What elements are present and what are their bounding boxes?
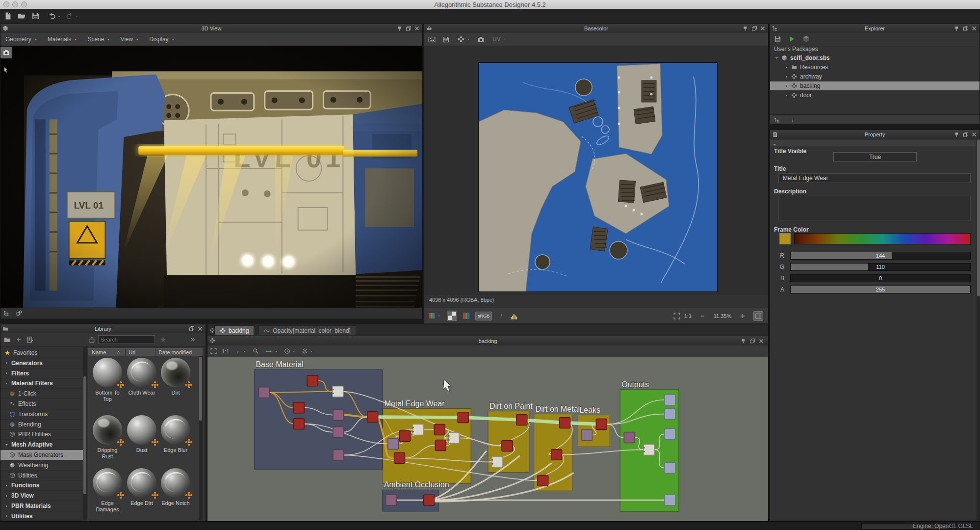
snapshot-icon[interactable] — [477, 36, 485, 43]
tree-view-icon[interactable] — [774, 117, 780, 123]
column-url[interactable]: Url — [129, 349, 135, 355]
chevron-down-icon[interactable] — [292, 349, 296, 353]
channel-slider-r[interactable]: 144 — [790, 252, 971, 260]
close-icon[interactable] — [760, 26, 766, 31]
library-item-dust[interactable]: Dust — [126, 415, 158, 453]
library-tree-item-effects[interactable]: Effects — [0, 399, 83, 409]
library-tree-item-mesh-adaptive[interactable]: Mesh Adaptive — [0, 440, 83, 450]
graph-node-o6[interactable] — [624, 432, 635, 443]
property-scrollbar[interactable] — [977, 139, 980, 520]
image-view-icon[interactable] — [428, 36, 436, 43]
chevron-down-icon[interactable] — [437, 314, 441, 318]
graph-node-d3[interactable] — [492, 456, 503, 467]
hue-gradient-bar[interactable] — [794, 233, 971, 244]
graph-node-b6[interactable] — [333, 410, 344, 421]
graph-node-b2[interactable] — [307, 375, 318, 386]
chevron-down-icon[interactable] — [503, 37, 507, 41]
search-icon[interactable] — [253, 348, 259, 354]
fit-graph-icon[interactable] — [210, 348, 217, 354]
redo-button[interactable] — [66, 12, 74, 20]
column-name[interactable]: Name — [92, 349, 106, 355]
explorer-item-scifi-door-sbs[interactable]: scifi_door.sbs — [770, 53, 980, 62]
graph-canvas[interactable]: Base MaterialMetal Edge WearDirt on Pain… — [207, 357, 768, 521]
graph-node-l1[interactable] — [581, 430, 592, 441]
library-tree-item-weathering[interactable]: Weathering — [0, 460, 83, 471]
description-textarea[interactable] — [778, 196, 971, 220]
3d-menu-display[interactable]: Display — [149, 36, 175, 43]
library-tree-item-3d-view[interactable]: 3D View — [0, 491, 83, 501]
timer-icon[interactable] — [284, 348, 290, 354]
scene-tree-icon[interactable] — [3, 310, 10, 317]
node-link-icon[interactable] — [458, 36, 464, 43]
background-toggle[interactable] — [462, 312, 470, 320]
channels-icon[interactable] — [428, 312, 436, 319]
graph-node-m1[interactable] — [388, 439, 399, 450]
library-tree-item-functions[interactable]: Functions — [0, 480, 83, 491]
graph-node-d1[interactable] — [516, 415, 527, 425]
panel-layout-icon[interactable] — [753, 311, 763, 321]
3d-menu-scene[interactable]: Scene — [87, 36, 110, 43]
graph-node-l2[interactable] — [596, 419, 607, 430]
float-icon[interactable] — [751, 26, 757, 31]
float-icon[interactable] — [189, 326, 195, 332]
explorer-item-archway[interactable]: archway — [770, 72, 980, 81]
export-icon[interactable] — [89, 337, 95, 343]
chevron-down-icon[interactable] — [243, 349, 247, 353]
uv-toggle[interactable]: UV — [492, 36, 501, 43]
alpha-checker-toggle[interactable] — [447, 311, 457, 321]
library-tree-item-blending[interactable]: Blending — [0, 420, 83, 430]
graph-node-a2[interactable] — [423, 495, 434, 505]
float-icon[interactable] — [749, 338, 755, 344]
3d-menu-view[interactable]: View — [120, 36, 139, 43]
title-input[interactable]: Metal Edge Wear — [778, 173, 971, 183]
float-icon[interactable] — [963, 26, 969, 31]
info-icon[interactable]: i — [790, 117, 796, 123]
graph-node-m7[interactable] — [394, 452, 405, 463]
edit-filter-icon[interactable] — [26, 336, 34, 344]
color-swatch[interactable] — [779, 233, 791, 244]
import-package-icon[interactable] — [802, 35, 810, 43]
library-tree-item-pbr-materials[interactable]: PBR Materials — [0, 501, 83, 511]
library-item-edge-damages[interactable]: Edge Damages — [91, 468, 124, 513]
graph-tab-backing[interactable]: backing — [214, 325, 254, 335]
property-collapse-bar[interactable] — [770, 139, 976, 146]
graph-node-m2[interactable] — [400, 431, 411, 442]
camera-mode-button[interactable] — [0, 47, 12, 58]
info-icon[interactable]: i — [235, 348, 241, 354]
favorite-star-icon[interactable] — [160, 337, 166, 343]
library-tree-item-utilities[interactable]: Utilities — [0, 511, 83, 522]
undo-caret[interactable] — [57, 14, 61, 19]
scrollbar-thumb[interactable] — [83, 376, 86, 494]
scrollbar-thumb[interactable] — [199, 357, 202, 421]
library-tree-item-utilities[interactable]: Utilities — [0, 471, 83, 481]
graph-node-m4[interactable] — [434, 424, 445, 435]
graph-node-b3[interactable] — [333, 386, 343, 397]
explorer-item-door[interactable]: door — [770, 91, 980, 100]
chevron-down-icon[interactable] — [466, 37, 470, 41]
search-input[interactable] — [98, 335, 155, 344]
graph-node-o3[interactable] — [665, 429, 675, 440]
pin-icon[interactable] — [743, 26, 748, 31]
library-grid-scrollbar[interactable] — [199, 356, 203, 520]
library-item-bottom-to-top[interactable]: Bottom To Top — [91, 358, 124, 402]
graph-node-o4[interactable] — [665, 462, 675, 473]
select-mode-button[interactable] — [0, 64, 11, 75]
fit-view-icon[interactable] — [673, 313, 680, 319]
channel-slider-g[interactable]: 110 — [790, 263, 971, 271]
pin-icon[interactable] — [954, 26, 960, 31]
scrollbar-thumb[interactable] — [977, 139, 980, 296]
library-tree-scrollbar[interactable] — [83, 347, 87, 520]
link-mode-icon[interactable] — [265, 348, 273, 355]
graph-node-b8[interactable] — [367, 412, 378, 423]
title-visible-button[interactable]: True — [833, 152, 917, 161]
2d-canvas[interactable] — [424, 46, 768, 295]
graph-node-e3[interactable] — [538, 475, 548, 486]
more-chevrons-icon[interactable] — [190, 337, 196, 343]
graph-node-e1[interactable] — [560, 418, 570, 428]
3d-menu-geometry[interactable]: Geometry — [5, 36, 38, 43]
explorer-item-backing[interactable]: backing — [770, 81, 980, 90]
float-icon[interactable] — [963, 132, 969, 137]
gear-icon[interactable] — [302, 348, 308, 354]
undo-button[interactable] — [48, 12, 56, 20]
graph-node-m3[interactable] — [413, 424, 423, 435]
